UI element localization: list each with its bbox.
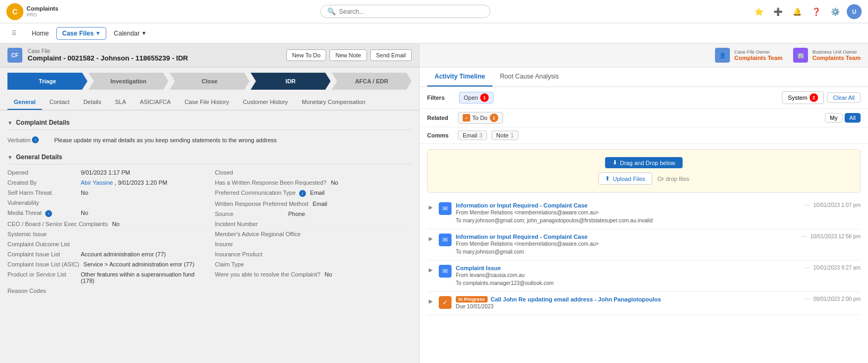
expand-icon-2[interactable]: ▶ (427, 266, 435, 273)
stage-close[interactable]: Close (169, 73, 250, 90)
source-row: Source Phone (215, 209, 412, 219)
tab-asic-afca[interactable]: ASIC/AFCA (133, 95, 177, 110)
email-badge[interactable]: Email 3 (458, 131, 487, 140)
media-threat-row: Media Threat i No (7, 208, 205, 219)
timeline-meta-2: ⋯ 10/01/2023 9:27 am (805, 265, 861, 271)
system-filter-button[interactable]: System 2 (782, 91, 824, 104)
note-badge[interactable]: Note 1 (491, 131, 518, 140)
upload-row: ⬆ Upload Files Or drop files (598, 172, 689, 185)
self-harm-value: No (81, 189, 205, 196)
resolve-label: Were you able to resolve the Complaint? (215, 271, 321, 278)
systemic-label: Systemic Issue (7, 231, 76, 237)
tab-details[interactable]: Details (77, 95, 108, 110)
email-label: Email (463, 132, 478, 139)
tab-sla[interactable]: SLA (109, 95, 133, 110)
nav-calendar[interactable]: Calendar ▼ (108, 28, 152, 39)
drag-drop-button[interactable]: ⬇ Drag and Drop below (605, 157, 683, 168)
timeline-item-1[interactable]: ▶ ✉ Information or Input Required - Comp… (427, 229, 861, 261)
all-button[interactable]: All (845, 113, 861, 123)
timeline-date-3: 09/01/2023 2:00 pm (813, 296, 861, 302)
clear-all-button[interactable]: Clear All (827, 92, 861, 103)
case-icon: CF (7, 48, 22, 63)
new-note-button[interactable]: New Note (329, 49, 367, 61)
secondary-nav: ⠿ Home Case Files ▼ Calendar ▼ (0, 23, 868, 44)
timeline-body-0: Information or Input Required - Complain… (456, 202, 801, 224)
closed-label: Closed (215, 169, 284, 176)
written-response-label: Has a Written Response Been Requested? (215, 179, 327, 186)
timeline-body-1: Information or Input Required - Complain… (456, 234, 797, 256)
upload-files-button[interactable]: ⬆ Upload Files (598, 172, 652, 185)
pref-comm-info-icon[interactable]: i (299, 190, 306, 197)
nav-case-files[interactable]: Case Files ▼ (56, 27, 106, 40)
upload-area: ⬇ Drag and Drop below ⬆ Upload Files Or … (427, 149, 861, 193)
tab-customer-history[interactable]: Customer History (236, 95, 294, 110)
issue-value: Account administration error (77) (81, 251, 205, 257)
timeline-item-3[interactable]: ▶ ✓ In Progress Call John Re updating em… (427, 292, 861, 315)
expand-icon-1[interactable]: ▶ (427, 235, 435, 242)
note-count: 1 (510, 133, 514, 139)
send-email-button[interactable]: Send Email (370, 49, 412, 61)
favorites-icon[interactable]: ⭐ (751, 4, 766, 19)
todo-label: To Do (472, 115, 488, 121)
grid-icon[interactable]: ⠿ (7, 27, 20, 40)
business-unit-owner-block: 🏢 Business Unit Owner Complaints Team (793, 48, 861, 63)
app-sub: PRO (27, 12, 58, 18)
stage-investigation[interactable]: Investigation (89, 73, 169, 90)
related-row: Related ✓ To Do 1 My All (420, 109, 868, 127)
expand-icon-3[interactable]: ▶ (427, 297, 435, 305)
filters-label: Filters (427, 94, 454, 101)
search-input[interactable] (339, 8, 483, 15)
timeline-title-0: Information or Input Required - Complain… (456, 202, 801, 209)
timeline-item-2[interactable]: ▶ ✉ Complaint Issue From levans@causia.c… (427, 261, 861, 292)
calendar-chevron: ▼ (141, 30, 147, 36)
nav-home[interactable]: Home (27, 28, 54, 39)
stage-afca[interactable]: AFCA / EDR (331, 73, 412, 90)
verbatim-info-icon[interactable]: i (32, 136, 39, 143)
timeline-actions-0[interactable]: ⋯ (805, 202, 810, 208)
general-details-header[interactable]: ▼ General Details (7, 150, 412, 165)
tab-case-file-history[interactable]: Case File History (178, 95, 235, 110)
nav-calendar-label: Calendar (114, 30, 140, 37)
help-icon[interactable]: ❓ (809, 4, 823, 19)
avatar[interactable]: U (847, 4, 862, 19)
search-icon: 🔍 (327, 7, 336, 15)
timeline-to-0: To mary.johnson@gmail.com; john_panagiot… (456, 217, 801, 224)
drag-drop-icon: ⬇ (612, 159, 617, 166)
settings-icon[interactable]: ⚙️ (828, 4, 843, 19)
my-button[interactable]: My (825, 113, 843, 123)
stage-idr[interactable]: IDR (251, 73, 331, 90)
add-icon[interactable]: ➕ (770, 4, 785, 19)
timeline-from-0: From Member Relations <memberrelations@a… (456, 209, 801, 217)
tab-contact[interactable]: Contact (43, 95, 76, 110)
timeline-actions-3[interactable]: ⋯ (805, 296, 810, 302)
claim-type-label: Claim Type (215, 261, 284, 267)
created-by-link[interactable]: Abir Yassine (81, 179, 113, 186)
product-value: Other features within a superannuation f… (81, 271, 205, 284)
tab-activity-timeline[interactable]: Activity Timeline (427, 67, 492, 87)
timeline-actions-1[interactable]: ⋯ (802, 234, 807, 239)
timeline-actions-2[interactable]: ⋯ (805, 265, 810, 271)
created-by-row: Created By Abir Yassine , 9/01/2023 1:20… (7, 178, 205, 188)
insurer-row: Insurer (215, 239, 412, 249)
tab-root-cause-analysis[interactable]: Root Cause Analysis (492, 67, 566, 87)
outcome-label: Complaint Outcome List (7, 241, 76, 247)
stage-triage[interactable]: Triage (7, 73, 88, 90)
filter-open-badge[interactable]: Open 1 (459, 92, 493, 103)
expand-icon-0[interactable]: ▶ (427, 203, 435, 211)
tab-monetary-compensation[interactable]: Monetary Compensation (295, 95, 372, 110)
timeline-item[interactable]: ▶ ✉ Information or Input Required - Comp… (427, 198, 861, 229)
case-file-owner-icon: 👤 (715, 48, 730, 63)
tab-general[interactable]: General (7, 95, 42, 110)
complaint-details-header[interactable]: ▼ Complaint Details (7, 116, 412, 130)
main-content: CF Case File Complaint - 0021582 - Johns… (0, 44, 868, 363)
notification-icon[interactable]: 🔔 (789, 4, 804, 19)
content-area: ▼ Complaint Details Verbatim i Please up… (0, 110, 419, 307)
new-todo-button[interactable]: New To Do (286, 49, 327, 61)
source-value: Phone (288, 211, 412, 217)
todo-icon: ✓ (463, 114, 470, 122)
todo-badge[interactable]: ✓ To Do 1 (458, 112, 503, 124)
search-bar-wrap: 🔍 (65, 5, 746, 18)
app-name: Complaints (27, 5, 58, 12)
media-threat-info-icon[interactable]: i (45, 210, 52, 217)
pref-comm-label: Preferred Communication Type i (215, 189, 306, 197)
